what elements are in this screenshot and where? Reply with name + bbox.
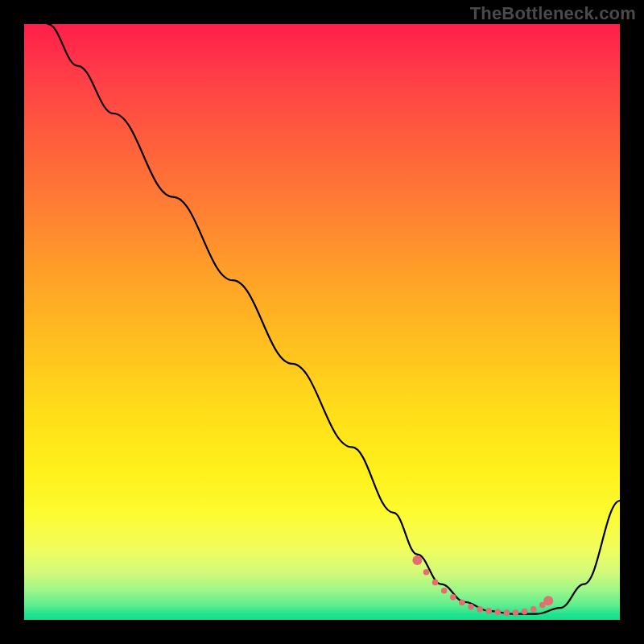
trough-dot [432, 580, 439, 586]
trough-dot [530, 606, 537, 613]
plot-area [24, 24, 620, 620]
trough-dot [477, 606, 483, 613]
trough-dots [412, 555, 553, 616]
trough-dot [495, 609, 502, 616]
watermark-label: TheBottleneck.com [470, 3, 636, 24]
trough-dot [450, 594, 456, 601]
trough-dot [468, 604, 474, 610]
bottleneck-curve [48, 24, 620, 614]
trough-dot [441, 588, 448, 594]
trough-dot [459, 600, 465, 606]
curve-layer [24, 24, 620, 620]
trough-dot [485, 608, 492, 614]
chart-frame: TheBottleneck.com [0, 0, 644, 644]
trough-dot [412, 555, 422, 565]
trough-dot [423, 569, 430, 576]
trough-dot [513, 609, 519, 616]
trough-dot [543, 596, 553, 605]
trough-dot [504, 609, 510, 616]
trough-dot [522, 609, 528, 615]
